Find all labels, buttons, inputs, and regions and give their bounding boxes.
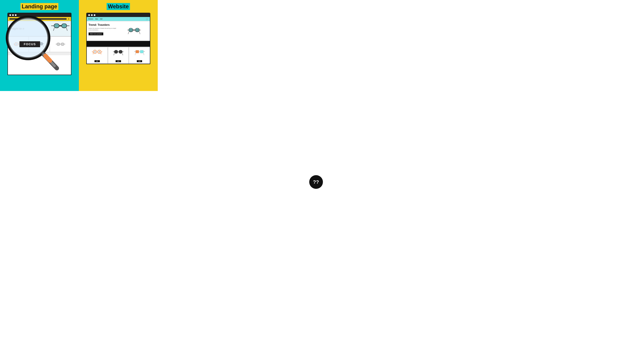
left-title: Landing page — [20, 3, 58, 10]
right-browser-dot-2 — [91, 14, 93, 16]
product-glasses-orange — [92, 49, 102, 56]
right-browser-titlebar — [87, 13, 150, 17]
right-browser-dot-1 — [88, 14, 90, 16]
right-hero-right — [118, 21, 150, 41]
browser-dot-1 — [10, 14, 11, 16]
glasses-white-left — [56, 42, 65, 47]
left-product-cell-2 — [29, 37, 50, 52]
add-button-1[interactable]: ADD — [94, 60, 100, 62]
svg-line-99 — [122, 54, 123, 55]
svg-rect-42 — [57, 43, 60, 46]
svg-line-106 — [144, 53, 144, 55]
product-glasses-3d — [134, 49, 145, 56]
svg-line-14 — [66, 28, 67, 31]
left-product-cell-3 — [50, 37, 71, 52]
svg-rect-65 — [135, 28, 140, 32]
svg-rect-64 — [133, 30, 135, 30]
right-browser: Women Man Kid 🛒 Trend: Travelers Explore… — [86, 13, 150, 64]
glasses-orange-left — [13, 42, 23, 47]
right-hero-section: Trend: Travelers Explore the selection o… — [87, 21, 150, 41]
right-product-cell-3: ADD — [129, 47, 150, 64]
svg-rect-102 — [140, 50, 144, 53]
right-product-cell-1: ADD — [87, 47, 108, 64]
product-glasses-black — [113, 49, 124, 56]
right-title: Website — [106, 3, 130, 10]
svg-rect-47 — [61, 43, 64, 46]
svg-line-39 — [35, 45, 36, 47]
left-product-cell-1 — [8, 37, 29, 52]
nav-link-kid[interactable]: Kid — [100, 18, 102, 20]
svg-rect-29 — [36, 42, 39, 45]
right-product-grid: ADD — [87, 47, 150, 64]
left-nav-bar — [10, 18, 66, 20]
svg-line-72 — [128, 32, 129, 34]
left-hero-text: traight to n — [10, 27, 24, 30]
right-hero-title: Trend: Travelers — [88, 23, 116, 26]
left-browser-footer — [8, 52, 71, 55]
svg-rect-93 — [119, 50, 122, 54]
right-panel: Website Women Man Kid 🛒 Trend: Travelers… — [79, 0, 158, 91]
right-browser-nav: Women Man Kid 🛒 — [87, 17, 150, 21]
right-dark-bar — [87, 41, 150, 47]
left-browser: ✕ traight to n — [8, 13, 72, 75]
svg-rect-6 — [59, 25, 62, 26]
nav-link-man[interactable]: Man — [95, 18, 98, 20]
left-browser-body: ✕ traight to n — [8, 17, 71, 74]
left-browser-titlebar — [8, 13, 71, 17]
svg-line-13 — [54, 28, 54, 31]
svg-rect-101 — [136, 50, 139, 53]
nav-link-women[interactable]: Women — [88, 18, 93, 20]
svg-rect-34 — [40, 42, 43, 45]
watch-more-button[interactable]: Watch more products — [88, 32, 103, 35]
browser-dot-2 — [12, 14, 14, 16]
svg-line-105 — [135, 53, 136, 55]
right-product-cell-2: ADD — [108, 47, 129, 64]
left-hero: traight to n — [8, 21, 71, 36]
left-panel: Landing page ✕ traight to n — [0, 0, 79, 91]
right-browser-dot-3 — [94, 14, 96, 16]
cart-icon[interactable]: 🛒 — [146, 18, 148, 20]
left-product-grid — [8, 36, 71, 52]
svg-line-73 — [140, 32, 140, 34]
left-browser-nav: ✕ — [8, 17, 71, 21]
browser-dot-3 — [15, 14, 16, 16]
glasses-dark-left — [34, 42, 44, 47]
add-button-3[interactable]: ADD — [137, 60, 142, 62]
left-nav-close: ✕ — [68, 18, 70, 20]
add-button-2[interactable]: ADD — [116, 60, 121, 62]
glasses-hero-right — [127, 27, 141, 34]
svg-line-98 — [114, 54, 114, 55]
svg-rect-88 — [114, 50, 118, 54]
right-browser-body: Women Man Kid 🛒 Trend: Travelers Explore… — [87, 17, 150, 64]
glasses-hero-large-left — [51, 22, 70, 32]
svg-line-40 — [43, 45, 44, 47]
right-hero-subtitle: Explore the selection of shades that wil… — [88, 28, 116, 31]
right-hero-left: Trend: Travelers Explore the selection o… — [87, 21, 118, 41]
svg-rect-58 — [129, 28, 133, 32]
